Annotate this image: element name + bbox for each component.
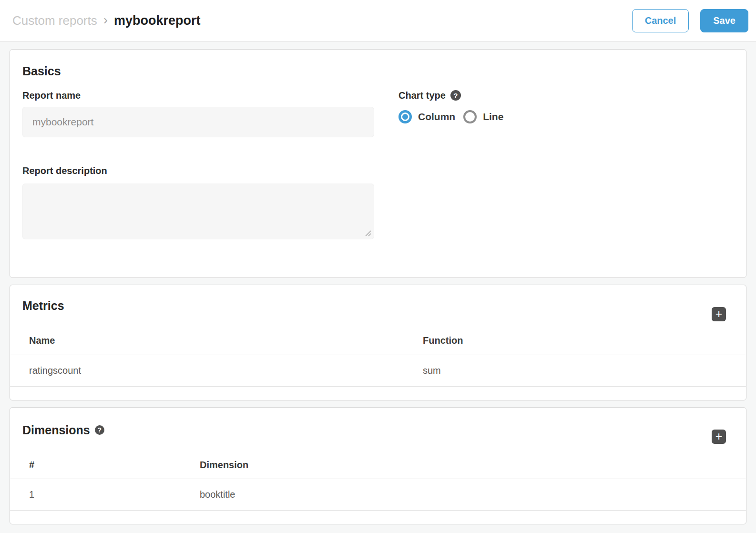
radio-selected-dot: [402, 114, 408, 120]
dimension-name-cell: booktitle: [181, 479, 746, 511]
cancel-button[interactable]: Cancel: [632, 9, 689, 32]
topbar-actions: Cancel Save: [632, 9, 748, 32]
metrics-card-foot: [10, 387, 746, 400]
chevron-right-icon: ›: [103, 12, 108, 28]
chart-type-radio-line[interactable]: [463, 110, 477, 123]
dimensions-card: Dimensions ? + # Dimension 1 booktitle: [10, 407, 746, 525]
chart-type-line-label[interactable]: Line: [483, 111, 503, 123]
basics-left-column: Report name Report description: [22, 90, 374, 239]
content: Basics Report name Report description: [0, 41, 756, 524]
metrics-header-name: Name: [10, 327, 404, 355]
metrics-header-function: Function: [404, 327, 746, 355]
report-description-wrap: [22, 184, 374, 239]
chart-type-label-row: Chart type ?: [398, 90, 503, 101]
dimensions-table: # Dimension 1 booktitle: [10, 451, 746, 511]
chart-type-help-icon[interactable]: ?: [450, 90, 461, 101]
dimensions-help-icon[interactable]: ?: [95, 425, 104, 435]
dimensions-header-dimension: Dimension: [181, 451, 746, 479]
add-dimension-button[interactable]: +: [712, 430, 726, 444]
dimensions-card-foot: [10, 511, 746, 524]
save-button[interactable]: Save: [700, 9, 748, 32]
basics-columns: Report name Report description Chart typ…: [22, 90, 734, 239]
basics-title: Basics: [22, 64, 734, 78]
dimensions-card-head: Dimensions ?: [10, 408, 746, 451]
dimension-index-cell: 1: [10, 479, 181, 511]
chart-type-column-label[interactable]: Column: [418, 111, 455, 123]
basics-right-column: Chart type ? Column Line: [398, 90, 503, 239]
resize-handle-icon[interactable]: [364, 229, 371, 236]
dimensions-header-number: #: [10, 451, 181, 479]
report-description-label: Report description: [22, 165, 374, 176]
plus-icon: +: [715, 308, 723, 320]
metrics-title: Metrics: [22, 298, 64, 313]
metrics-card: Metrics + Name Function ratingscount sum: [10, 285, 746, 400]
topbar: Custom reports › mybookreport Cancel Sav…: [0, 0, 756, 41]
report-name-label: Report name: [22, 90, 374, 101]
metric-row[interactable]: ratingscount sum: [10, 355, 746, 386]
chart-type-radio-group: Column Line: [398, 110, 503, 123]
metrics-header-row: Name Function: [10, 327, 746, 355]
metric-name-cell: ratingscount: [10, 355, 404, 386]
report-name-input[interactable]: [22, 107, 374, 137]
custom-report-editor-page: Custom reports › mybookreport Cancel Sav…: [0, 0, 756, 533]
plus-icon: +: [715, 430, 723, 442]
dimensions-title: Dimensions: [22, 423, 90, 437]
basics-card: Basics Report name Report description: [10, 49, 746, 278]
metric-function-cell: sum: [404, 355, 746, 386]
metrics-table: Name Function ratingscount sum: [10, 327, 746, 387]
breadcrumb: Custom reports › mybookreport: [12, 12, 201, 29]
breadcrumb-current-report: mybookreport: [114, 13, 201, 28]
chart-type-radio-column[interactable]: [398, 110, 412, 123]
dimension-row[interactable]: 1 booktitle: [10, 479, 746, 511]
add-metric-button[interactable]: +: [712, 307, 726, 321]
chart-type-label: Chart type: [398, 90, 446, 101]
report-description-textarea[interactable]: [22, 184, 374, 239]
dimensions-header-row: # Dimension: [10, 451, 746, 479]
metrics-card-head: Metrics: [10, 285, 746, 327]
breadcrumb-custom-reports-link[interactable]: Custom reports: [12, 13, 97, 28]
